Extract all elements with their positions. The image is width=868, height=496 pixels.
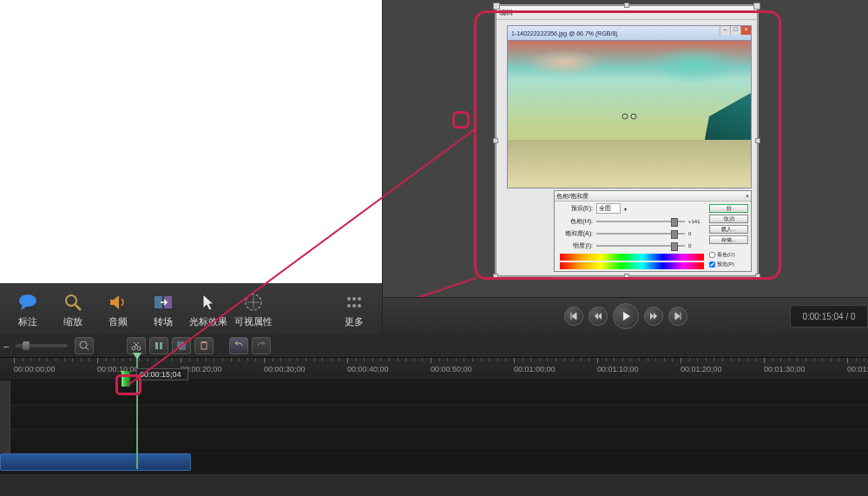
svg-point-11 (358, 304, 361, 308)
track-1[interactable] (0, 380, 868, 405)
timeline-ruler[interactable]: 00:00:00;0000:00:10;0000:00:20;0000:00:3… (0, 358, 868, 380)
transition-icon (152, 291, 174, 314)
cursor-effects-button[interactable]: 光标效果 (186, 288, 231, 331)
recorded-app-menubar: 编辑 (496, 6, 757, 20)
timeline-toolbar: – (0, 334, 868, 358)
svg-point-8 (358, 297, 361, 301)
svg-line-2 (76, 305, 81, 310)
track-2[interactable] (0, 405, 868, 429)
visual-properties-button[interactable]: 可视属性 (231, 288, 276, 331)
audio-button[interactable]: 音频 (95, 288, 141, 331)
svg-line-17 (86, 347, 89, 350)
svg-rect-23 (180, 344, 185, 349)
left-panel: 标注 缩放 音频 转场 (0, 0, 382, 334)
timeline-section: – 00:00:00;0000:00:10;0000:00:20;0000:00… (0, 334, 868, 474)
svg-point-9 (347, 304, 351, 308)
undo-button[interactable] (229, 337, 248, 354)
preview-clip-frame[interactable]: 编辑 1-140222222356.jpg @ 66.7% (RGB/8) –□… (496, 5, 758, 276)
effects-toolbar: 标注 缩放 音频 转场 (0, 285, 382, 334)
svg-point-13 (631, 114, 636, 119)
callout-button[interactable]: 标注 (5, 288, 50, 331)
rewind-button[interactable] (589, 307, 608, 326)
preview-panel: 编辑 1-140222222356.jpg @ 66.7% (RGB/8) –□… (382, 0, 868, 334)
playhead[interactable]: 00:00:15;04 (136, 356, 138, 469)
next-clip-button[interactable] (668, 307, 687, 326)
recorded-image-canvas (507, 41, 752, 188)
svg-rect-24 (201, 342, 207, 349)
svg-point-7 (352, 297, 356, 301)
track-3[interactable] (0, 429, 868, 453)
timeline-tracks[interactable] (0, 380, 868, 474)
svg-rect-22 (178, 342, 183, 347)
svg-point-0 (19, 294, 36, 307)
preview-canvas-area[interactable]: 编辑 1-140222222356.jpg @ 66.7% (RGB/8) –□… (383, 0, 868, 297)
playback-controls: 0:00:15;04 / 0 (383, 297, 868, 334)
recorded-hue-saturation-dialog: 色相/饱和度× 预设(E):全图▾ 色相(H):+141 饱和度(A):0 明度… (554, 190, 752, 272)
zoom-button[interactable]: 缩放 (50, 288, 95, 331)
zoom-out-icon[interactable]: – (3, 341, 9, 351)
split-button[interactable] (149, 337, 168, 354)
transition-button[interactable]: 转场 (141, 288, 186, 331)
recorded-image-window-title: 1-140222222356.jpg @ 66.7% (RGB/8) –□× (507, 25, 752, 41)
zoom-fit-button[interactable] (75, 337, 94, 354)
speaker-icon (107, 291, 129, 314)
svg-point-19 (137, 347, 141, 350)
prev-clip-button[interactable] (564, 307, 583, 326)
svg-point-16 (80, 341, 87, 348)
cursor-icon (197, 291, 220, 314)
svg-point-1 (66, 295, 76, 306)
annotation-small-box (452, 111, 470, 129)
clip-start-marker[interactable] (122, 371, 130, 387)
callout-icon (16, 291, 39, 314)
svg-point-10 (352, 304, 356, 308)
svg-point-12 (622, 114, 628, 119)
svg-point-6 (347, 297, 351, 301)
cut-button[interactable] (127, 337, 146, 354)
svg-rect-21 (160, 342, 162, 349)
svg-point-18 (132, 347, 135, 350)
paste-button[interactable] (194, 337, 214, 354)
svg-rect-25 (202, 341, 206, 343)
playhead-timecode: 00:00:15;04 (136, 368, 188, 380)
forward-button[interactable] (644, 307, 663, 326)
timeline-zoom-slider[interactable] (16, 344, 68, 347)
copy-button[interactable] (172, 337, 191, 354)
svg-rect-20 (155, 342, 158, 349)
library-area[interactable] (0, 0, 382, 283)
redo-button[interactable] (252, 337, 271, 354)
play-button[interactable] (613, 303, 639, 329)
audio-clip[interactable] (0, 453, 191, 471)
magnifier-icon (62, 291, 84, 314)
timecode-display: 0:00:15;04 / 0 (790, 305, 868, 327)
more-icon (343, 291, 365, 314)
more-button[interactable]: 更多 (332, 288, 377, 331)
visual-icon (242, 291, 265, 314)
